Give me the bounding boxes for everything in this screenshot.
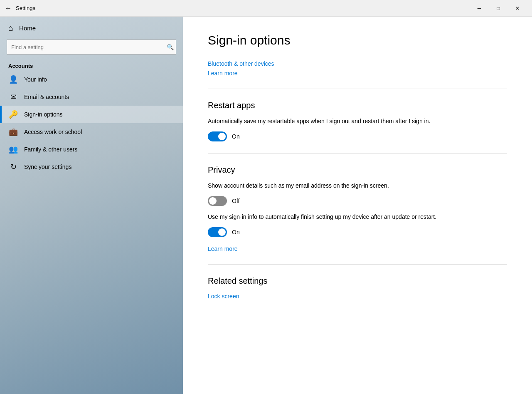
back-button[interactable]: ← — [5, 5, 12, 12]
sidebar-item-email-accounts[interactable]: ✉ Email & accounts — [0, 88, 183, 106]
sidebar-item-email-label: Email & accounts — [24, 94, 69, 100]
sidebar-home-label: Home — [19, 25, 36, 32]
sidebar-item-sign-in-label: Sign-in options — [24, 111, 63, 118]
privacy-toggle-1-row: Off — [208, 196, 507, 206]
privacy-desc-2: Use my sign-in info to automatically fin… — [208, 213, 466, 221]
privacy-toggle-1-knob — [209, 197, 217, 205]
email-icon: ✉ — [8, 92, 18, 102]
sidebar-item-access-work-label: Access work or school — [24, 129, 82, 135]
learn-more-link-2[interactable]: Learn more — [208, 245, 238, 252]
main-content: Sign-in options Bluetooth & other device… — [183, 17, 532, 394]
sidebar-item-access-work[interactable]: 💼 Access work or school — [0, 123, 183, 141]
separator-3 — [208, 264, 507, 265]
close-button[interactable]: ✕ — [508, 2, 527, 15]
minimize-button[interactable]: ─ — [470, 2, 489, 15]
restart-apps-toggle-row: On — [208, 131, 507, 141]
restart-apps-toggle-knob — [218, 133, 226, 140]
learn-more-link-1[interactable]: Learn more — [208, 70, 238, 77]
titlebar-title: Settings — [16, 5, 470, 11]
restart-apps-desc: Automatically save my restartable apps w… — [208, 117, 466, 126]
bluetooth-link[interactable]: Bluetooth & other devices — [208, 60, 274, 67]
restart-apps-title: Restart apps — [208, 101, 507, 110]
privacy-toggle-2-knob — [218, 228, 226, 236]
search-box: 🔍 — [7, 40, 176, 55]
sidebar-item-your-info[interactable]: 👤 Your info — [0, 71, 183, 88]
sidebar-item-family-users[interactable]: 👥 Family & other users — [0, 141, 183, 158]
accounts-section-label: Accounts — [0, 58, 183, 71]
family-icon: 👥 — [8, 145, 18, 154]
home-icon: ⌂ — [8, 23, 13, 33]
separator-1 — [208, 89, 507, 89]
your-info-icon: 👤 — [8, 75, 18, 84]
privacy-title: Privacy — [208, 165, 507, 175]
privacy-toggle-1[interactable] — [208, 196, 227, 206]
privacy-toggle-2-label: On — [232, 229, 240, 235]
related-settings-title: Related settings — [208, 276, 507, 286]
sidebar-item-sync-label: Sync your settings — [24, 164, 71, 170]
sidebar-item-your-info-label: Your info — [24, 76, 47, 83]
privacy-toggle-2[interactable] — [208, 227, 227, 237]
privacy-toggle-1-label: Off — [232, 198, 239, 204]
privacy-desc-1: Show account details such as my email ad… — [208, 181, 466, 190]
privacy-toggle-2-row: On — [208, 227, 507, 237]
separator-2 — [208, 153, 507, 154]
sign-in-icon: 🔑 — [8, 110, 18, 119]
search-icon[interactable]: 🔍 — [167, 44, 174, 50]
restart-apps-toggle[interactable] — [208, 131, 227, 141]
sidebar-item-home[interactable]: ⌂ Home — [0, 17, 183, 40]
sync-icon: ↻ — [8, 162, 18, 171]
sidebar-item-sign-in-options[interactable]: 🔑 Sign-in options — [0, 106, 183, 123]
sidebar-item-sync-settings[interactable]: ↻ Sync your settings — [0, 158, 183, 176]
search-input[interactable] — [7, 40, 176, 55]
sidebar-item-family-label: Family & other users — [24, 146, 77, 153]
app-body: ⌂ Home 🔍 Accounts 👤 Your info ✉ Email & … — [0, 17, 532, 394]
maximize-button[interactable]: □ — [489, 2, 508, 15]
window-controls: ─ □ ✕ — [470, 2, 527, 15]
lock-screen-link[interactable]: Lock screen — [208, 293, 239, 300]
briefcase-icon: 💼 — [8, 127, 18, 136]
page-title: Sign-in options — [208, 33, 507, 47]
titlebar: ← Settings ─ □ ✕ — [0, 0, 532, 17]
restart-apps-toggle-label: On — [232, 133, 240, 140]
sidebar: ⌂ Home 🔍 Accounts 👤 Your info ✉ Email & … — [0, 17, 183, 394]
